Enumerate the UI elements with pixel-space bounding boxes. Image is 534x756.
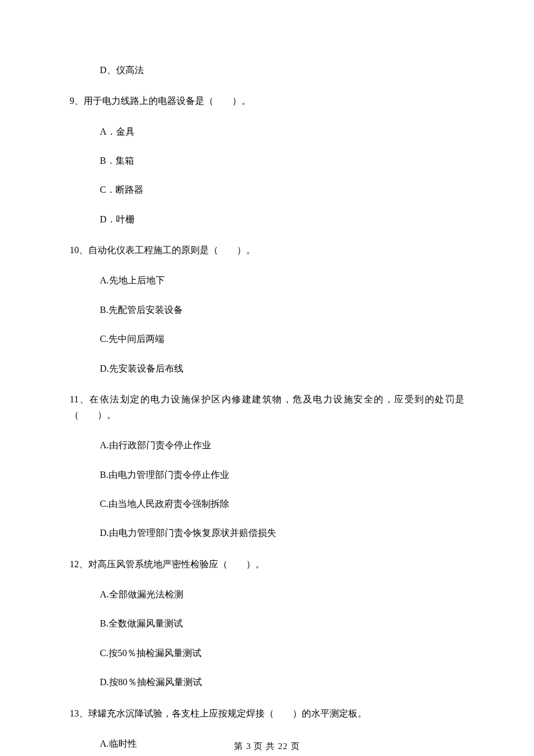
q12-option-b: B.全数做漏风量测试 <box>100 617 464 630</box>
q9-option-d: D．叶栅 <box>100 213 464 226</box>
document-page: D、仪高法 9、用于电力线路上的电器设备是（ ）。 A．金具 B．集箱 C．断路… <box>0 0 534 756</box>
q9-stem: 9、用于电力线路上的电器设备是（ ）。 <box>70 93 464 109</box>
q11-option-b: B.由电力管理部门责令停止作业 <box>100 469 464 481</box>
q12-option-c: C.按50％抽检漏风量测试 <box>100 647 464 660</box>
q10-stem: 10、自动化仪表工程施工的原则是（ ）。 <box>70 242 464 258</box>
page-footer: 第 3 页 共 22 页 <box>0 741 534 752</box>
q12-stem: 12、对高压风管系统地严密性检验应（ ）。 <box>70 556 464 572</box>
q11-option-a: A.由行政部门责令停止作业 <box>100 439 464 452</box>
q10-option-d: D.先安装设备后布线 <box>100 362 464 375</box>
q10-option-a: A.先地上后地下 <box>100 274 464 287</box>
q13-stem: 13、球罐充水沉降试验，各支柱上应按规定焊接（ ）的水平测定板。 <box>70 705 464 721</box>
q10-option-b: B.先配管后安装设备 <box>100 304 464 316</box>
q12-option-d: D.按80％抽检漏风量测试 <box>100 676 464 689</box>
q9-option-a: A．金具 <box>100 125 464 138</box>
q8-option-d: D、仪高法 <box>100 64 464 77</box>
q11-option-c: C.由当地人民政府责令强制拆除 <box>100 498 464 510</box>
q9-option-c: C．断路器 <box>100 183 464 196</box>
q11-option-d: D.由电力管理部门责令恢复原状并赔偿损失 <box>100 527 464 539</box>
q9-option-b: B．集箱 <box>100 154 464 167</box>
q10-option-c: C.先中间后两端 <box>100 333 464 345</box>
q11-stem: 11、在依法划定的电力设施保护区内修建建筑物，危及电力设施安全的，应受到的处罚是… <box>70 391 464 423</box>
q12-option-a: A.全部做漏光法检测 <box>100 588 464 601</box>
